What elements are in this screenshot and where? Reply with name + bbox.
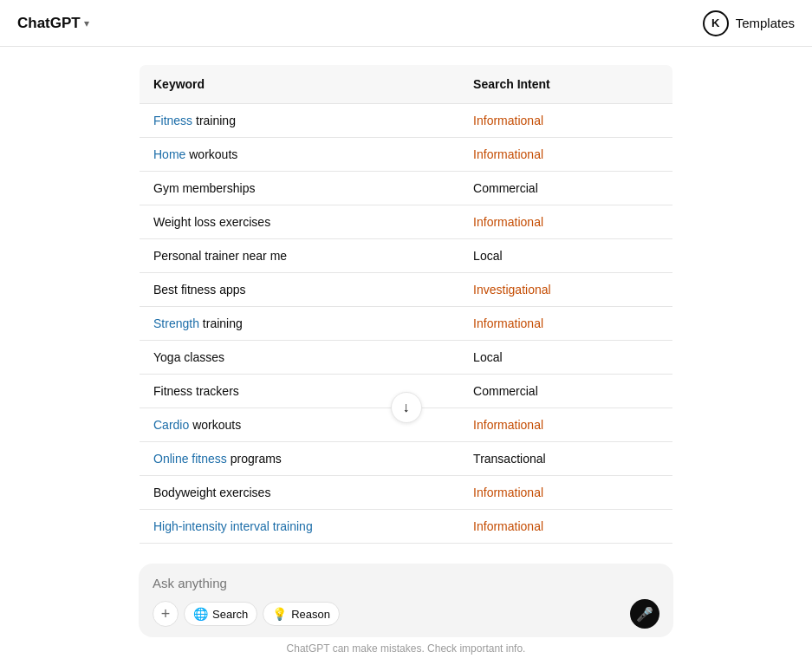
intent-cell: Informational — [459, 544, 672, 554]
keyword-cell: Bodyweight exercises — [140, 476, 460, 510]
scroll-down-button[interactable]: ↓ — [391, 392, 422, 423]
main-content: Keyword Search Intent Fitness trainingIn… — [0, 47, 812, 665]
intent-cell: Transactional — [459, 442, 672, 476]
search-button[interactable]: 🌐 Search — [184, 602, 257, 626]
keyword-cell: Gym memberships — [140, 172, 460, 205]
keyword-table: Keyword Search Intent Fitness trainingIn… — [139, 64, 673, 553]
keyword-cell: Workout plans — [140, 544, 460, 554]
table-row: Home workoutsInformational — [140, 138, 673, 172]
globe-icon: 🌐 — [193, 607, 208, 621]
keyword-cell: Best fitness apps — [140, 273, 460, 307]
column-header-intent: Search Intent — [459, 65, 672, 104]
table-row: Bodyweight exercisesInformational — [140, 476, 673, 510]
templates-label: Templates — [736, 16, 795, 30]
table-row: Weight loss exercisesInformational — [140, 205, 673, 239]
keyword-link[interactable]: training — [273, 519, 313, 533]
input-toolbar: + 🌐 Search 💡 Reason 🎤 — [153, 599, 659, 629]
table-row: Fitness trainingInformational — [140, 104, 673, 138]
app-title: ChatGPT — [17, 15, 81, 32]
intent-cell: Informational — [459, 408, 672, 442]
table-row: Personal trainer near meLocal — [140, 239, 673, 273]
arrow-down-icon: ↓ — [403, 400, 410, 415]
table-row: Workout plansInformational — [140, 544, 673, 554]
keyword-cell: Online fitness programs — [140, 442, 460, 476]
keyword-link[interactable]: High-intensity — [153, 519, 227, 533]
chat-input[interactable] — [153, 576, 659, 590]
toolbar-left: + 🌐 Search 💡 Reason — [153, 601, 340, 627]
table-row: Best fitness appsInvestigational — [140, 273, 673, 307]
intent-cell: Commercial — [459, 172, 672, 205]
keyword-link[interactable]: Online — [153, 452, 188, 466]
table-row: Yoga classesLocal — [140, 341, 673, 375]
reason-label: Reason — [291, 608, 330, 621]
templates-button[interactable]: K Templates — [703, 10, 795, 36]
keyword-link[interactable]: Cardio — [153, 418, 189, 432]
keyword-link[interactable]: Strength — [153, 316, 199, 330]
table-row: Strength trainingInformational — [140, 307, 673, 341]
table-row: High-intensity interval trainingInformat… — [140, 510, 673, 544]
send-button[interactable]: 🎤 — [630, 599, 659, 629]
intent-cell: Informational — [459, 476, 672, 510]
keyword-link[interactable]: interval — [231, 519, 270, 533]
reason-button[interactable]: 💡 Reason — [263, 602, 340, 626]
intent-cell: Informational — [459, 510, 672, 544]
keyword-cell: Home workouts — [140, 138, 460, 172]
chat-input-box: + 🌐 Search 💡 Reason 🎤 — [139, 564, 673, 637]
intent-cell: Informational — [459, 205, 672, 239]
keyword-cell: High-intensity interval training — [140, 510, 460, 544]
plus-icon: + — [161, 605, 171, 623]
table-row: Gym membershipsCommercial — [140, 172, 673, 205]
keyword-link[interactable]: Fitness — [153, 114, 192, 127]
chevron-down-icon: ▾ — [84, 17, 89, 29]
intent-cell: Investigational — [459, 273, 672, 307]
lightbulb-icon: 💡 — [272, 607, 287, 621]
search-label: Search — [212, 608, 248, 621]
templates-avatar: K — [703, 10, 729, 36]
microphone-icon: 🎤 — [636, 606, 653, 623]
intent-cell: Local — [459, 341, 672, 375]
keyword-cell: Personal trainer near me — [140, 239, 460, 273]
keyword-link[interactable]: fitness — [192, 452, 226, 466]
keyword-cell: Yoga classes — [140, 341, 460, 375]
intent-cell: Local — [459, 239, 672, 273]
input-area: + 🌐 Search 💡 Reason 🎤 ChatGPT can make m… — [139, 553, 673, 665]
disclaimer-text: ChatGPT can make mistakes. Check importa… — [139, 637, 673, 658]
keyword-cell: Weight loss exercises — [140, 205, 460, 239]
chatgpt-logo-button[interactable]: ChatGPT ▾ — [17, 15, 89, 32]
intent-cell: Commercial — [459, 375, 672, 408]
intent-cell: Informational — [459, 307, 672, 341]
add-button[interactable]: + — [153, 601, 179, 627]
keyword-link[interactable]: Home — [153, 147, 185, 161]
column-header-keyword: Keyword — [140, 65, 460, 104]
table-row: Online fitness programsTransactional — [140, 442, 673, 476]
header: ChatGPT ▾ K Templates — [0, 0, 812, 47]
keyword-cell: Strength training — [140, 307, 460, 341]
intent-cell: Informational — [459, 104, 672, 138]
intent-cell: Informational — [459, 138, 672, 172]
keyword-cell: Fitness training — [140, 104, 460, 138]
table-container: Keyword Search Intent Fitness trainingIn… — [139, 47, 673, 553]
